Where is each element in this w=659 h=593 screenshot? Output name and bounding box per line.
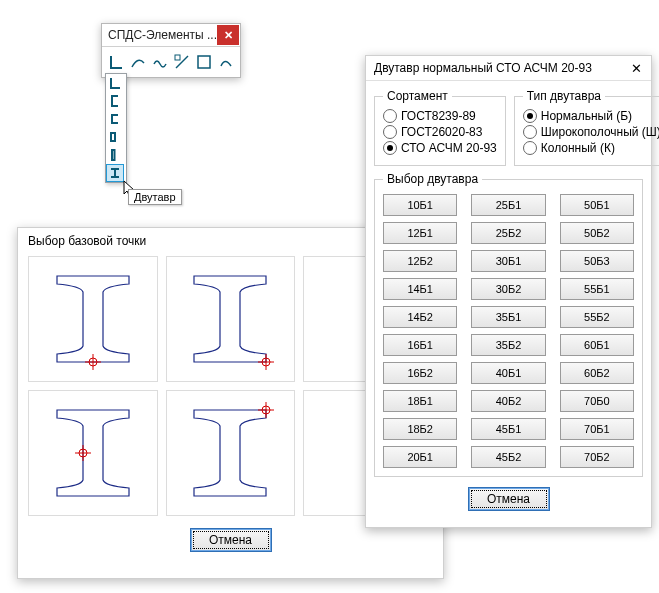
size-button[interactable]: 45Б2 xyxy=(471,446,545,468)
size-button-label: 55Б1 xyxy=(584,283,610,295)
radio-label: Широкополочный (Ш) xyxy=(541,125,659,139)
size-button[interactable]: 18Б2 xyxy=(383,418,457,440)
size-button-label: 25Б1 xyxy=(496,199,522,211)
cancel-button-label: Отмена xyxy=(209,533,252,547)
size-button[interactable]: 45Б1 xyxy=(471,418,545,440)
size-button[interactable]: 60Б2 xyxy=(560,362,634,384)
profile-tube-item[interactable] xyxy=(106,146,124,164)
size-button[interactable]: 60Б1 xyxy=(560,334,634,356)
curve-icon[interactable] xyxy=(128,52,148,72)
size-button[interactable]: 25Б2 xyxy=(471,222,545,244)
size-button[interactable]: 40Б2 xyxy=(471,390,545,412)
size-button-label: 60Б1 xyxy=(584,339,610,351)
size-button[interactable]: 55Б2 xyxy=(560,306,634,328)
size-button-label: 40Б1 xyxy=(496,367,522,379)
sortament-group: Сортамент ГОСТ8239-89ГОСТ26020-83СТО АСЧ… xyxy=(374,89,506,166)
size-button[interactable]: 50Б3 xyxy=(560,250,634,272)
size-button[interactable]: 25Б1 xyxy=(471,194,545,216)
size-button-label: 16Б1 xyxy=(407,339,433,351)
size-legend: Выбор двутавра xyxy=(383,172,482,186)
radio-icon xyxy=(383,109,397,123)
toolbar-window: СПДС-Элементы ... ✕ xyxy=(101,23,241,78)
size-button[interactable]: 12Б1 xyxy=(383,222,457,244)
profile-channel-item[interactable] xyxy=(106,92,124,110)
rect-icon[interactable] xyxy=(194,52,214,72)
radio-icon xyxy=(523,141,537,155)
profile-dropdown xyxy=(105,73,127,183)
size-button[interactable]: 70Б2 xyxy=(560,446,634,468)
size-button[interactable]: 30Б2 xyxy=(471,278,545,300)
size-button-label: 40Б2 xyxy=(496,395,522,407)
size-button-label: 16Б2 xyxy=(407,367,433,379)
size-button[interactable]: 14Б1 xyxy=(383,278,457,300)
cut-icon[interactable] xyxy=(172,52,192,72)
close-icon[interactable]: ✕ xyxy=(621,56,651,80)
size-button[interactable]: 40Б1 xyxy=(471,362,545,384)
size-button-label: 35Б2 xyxy=(496,339,522,351)
cancel-button[interactable]: Отмена xyxy=(190,528,272,552)
radio-label: СТО АСЧМ 20-93 xyxy=(401,141,497,155)
svg-rect-1 xyxy=(198,56,210,68)
profile-angle-item[interactable] xyxy=(106,74,124,92)
size-button-label: 50Б3 xyxy=(584,255,610,267)
size-button[interactable]: 16Б2 xyxy=(383,362,457,384)
ibeam-dialog: Двутавр нормальный СТО АСЧМ 20-93 ✕ Сорт… xyxy=(365,55,652,528)
size-button-label: 12Б1 xyxy=(407,227,433,239)
size-button-label: 60Б2 xyxy=(584,367,610,379)
size-button-label: 55Б2 xyxy=(584,311,610,323)
close-icon[interactable]: ✕ xyxy=(217,25,239,45)
profile-angle-icon[interactable] xyxy=(106,52,126,72)
radio-icon xyxy=(523,125,537,139)
size-button-label: 70Б0 xyxy=(584,395,610,407)
cancel-button-label: Отмена xyxy=(487,492,530,506)
size-button-label: 30Б2 xyxy=(496,283,522,295)
base-point-option-bottom-center[interactable] xyxy=(28,256,158,382)
size-button-label: 30Б1 xyxy=(496,255,522,267)
size-button[interactable]: 70Б1 xyxy=(560,418,634,440)
join-icon[interactable] xyxy=(216,52,236,72)
size-button[interactable]: 35Б2 xyxy=(471,334,545,356)
sortament-option[interactable]: ГОСТ26020-83 xyxy=(383,125,497,139)
profile-cee-item[interactable] xyxy=(106,110,124,128)
base-point-option-bottom-right[interactable] xyxy=(166,256,296,382)
size-button[interactable]: 55Б1 xyxy=(560,278,634,300)
cancel-button[interactable]: Отмена xyxy=(468,487,550,511)
type-option[interactable]: Нормальный (Б) xyxy=(523,109,659,123)
svg-rect-0 xyxy=(175,55,180,60)
type-option[interactable]: Колонный (К) xyxy=(523,141,659,155)
size-button[interactable]: 20Б1 xyxy=(383,446,457,468)
toolbar-titlebar[interactable]: СПДС-Элементы ... ✕ xyxy=(102,24,240,47)
tooltip-text: Двутавр xyxy=(134,191,176,203)
ibeam-dialog-titlebar[interactable]: Двутавр нормальный СТО АСЧМ 20-93 ✕ xyxy=(366,56,651,81)
sortament-option[interactable]: ГОСТ8239-89 xyxy=(383,109,497,123)
radio-label: ГОСТ8239-89 xyxy=(401,109,476,123)
sortament-option[interactable]: СТО АСЧМ 20-93 xyxy=(383,141,497,155)
radio-label: Нормальный (Б) xyxy=(541,109,632,123)
size-button-label: 45Б2 xyxy=(496,451,522,463)
size-button-label: 50Б2 xyxy=(584,227,610,239)
profile-ibeam-item[interactable] xyxy=(106,164,124,182)
size-button-label: 45Б1 xyxy=(496,423,522,435)
size-button[interactable]: 30Б1 xyxy=(471,250,545,272)
size-button[interactable]: 14Б2 xyxy=(383,306,457,328)
type-option[interactable]: Широкополочный (Ш) xyxy=(523,125,659,139)
size-button-label: 18Б2 xyxy=(407,423,433,435)
size-button[interactable]: 18Б1 xyxy=(383,390,457,412)
size-button[interactable]: 35Б1 xyxy=(471,306,545,328)
size-button-label: 50Б1 xyxy=(584,199,610,211)
radio-icon xyxy=(523,109,537,123)
size-button[interactable]: 70Б0 xyxy=(560,390,634,412)
sortament-legend: Сортамент xyxy=(383,89,452,103)
toolbar-title: СПДС-Элементы ... xyxy=(102,28,216,42)
base-point-option-top-right[interactable] xyxy=(166,390,296,516)
wave-icon[interactable] xyxy=(150,52,170,72)
size-button[interactable]: 50Б2 xyxy=(560,222,634,244)
size-button-label: 70Б2 xyxy=(584,451,610,463)
size-button[interactable]: 16Б1 xyxy=(383,334,457,356)
base-point-option-center[interactable] xyxy=(28,390,158,516)
size-button[interactable]: 12Б2 xyxy=(383,250,457,272)
size-button[interactable]: 10Б1 xyxy=(383,194,457,216)
size-button-label: 14Б1 xyxy=(407,283,433,295)
size-button[interactable]: 50Б1 xyxy=(560,194,634,216)
profile-rect-item[interactable] xyxy=(106,128,124,146)
